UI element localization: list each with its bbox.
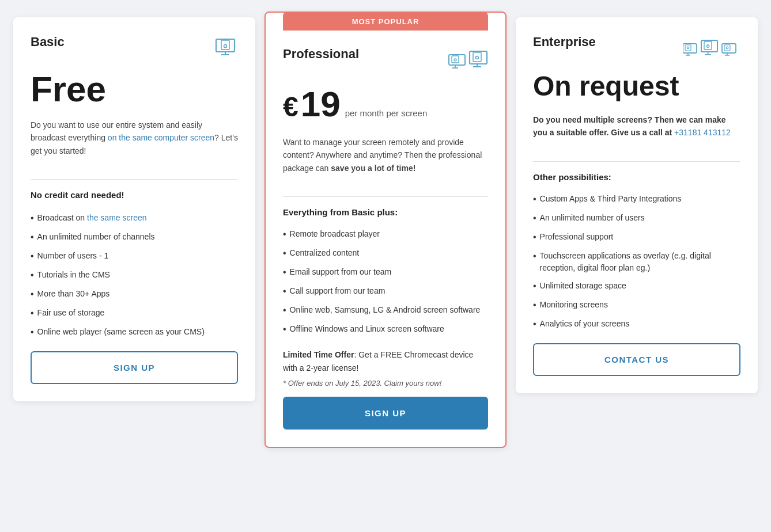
other-possibilities-title: Other possibilities: [533,172,740,182]
enterprise-feature-list: Custom Apps & Third Party Integrations A… [533,190,740,334]
svg-rect-6 [452,56,459,63]
triple-monitor-icon [683,35,740,60]
svg-rect-26 [724,45,730,51]
professional-currency: € [283,91,298,123]
basic-price-section: Free [31,71,238,107]
basic-no-credit: No credit card needed! [31,190,238,200]
svg-rect-11 [473,52,481,62]
enterprise-header: Enterprise [533,35,740,60]
list-item: Online web player (same screen as your C… [31,323,238,342]
basic-plan-name: Basic [31,35,65,50]
enterprise-divider [533,161,740,162]
single-monitor-icon [213,35,238,60]
svg-point-2 [224,45,227,48]
enterprise-phone-link[interactable]: +31181 413112 [674,128,731,137]
professional-description: Want to manage your screen remotely and … [283,136,488,174]
professional-plan-icon [448,47,488,72]
enterprise-description: Do you need multiple screens? Then we ca… [533,113,740,139]
list-item: Online web, Samsung, LG & Android screen… [283,301,488,320]
list-item: Unlimited storage space [533,277,740,296]
basic-header: Basic [31,35,238,60]
svg-point-27 [726,47,728,49]
list-item: More than 30+ Apps [31,285,238,304]
basic-price: Free [31,69,106,109]
enterprise-price: On request [533,71,679,101]
svg-point-12 [476,56,479,59]
enterprise-plan-icon [683,35,740,60]
list-item: Fair use of storage [31,304,238,323]
list-item: Call support from our team [283,282,488,301]
basic-signup-button[interactable]: SIGN UP [31,351,238,384]
professional-divider [283,196,488,197]
svg-point-7 [454,59,456,61]
basic-plan-card: Basic Free Do you want to use our entire… [13,17,255,401]
professional-price-section: € 19 per month per screen [283,83,488,124]
enterprise-plan-card: Enterprise [516,17,758,393]
professional-features-title: Everything from Basic plus: [283,207,488,217]
list-item: Offline Windows and Linux screen softwar… [283,320,488,339]
offer-note: * Offer ends on July 15, 2023. Claim you… [283,379,488,387]
svg-rect-5 [449,55,465,65]
list-item: Number of users - 1 [31,247,238,266]
list-item: Custom Apps & Third Party Integrations [533,190,740,209]
list-item: Professional support [533,228,740,247]
professional-signup-button[interactable]: SIGN UP [283,397,488,430]
broadcast-link[interactable]: the same screen [87,213,147,222]
svg-rect-21 [704,41,712,50]
list-item: Touchscreen applications as overlay (e.g… [533,247,740,277]
professional-plan-name: Professional [283,47,359,62]
enterprise-price-section: On request [533,71,740,102]
list-item: Monitoring screens [533,296,740,315]
basic-link[interactable]: on the same computer screen [108,133,214,142]
svg-rect-16 [685,45,691,51]
list-item: Email support from our team [283,263,488,282]
basic-feature-list: Broadcast on the same screen An unlimite… [31,209,238,342]
list-item: An unlimited number of users [533,209,740,228]
most-popular-badge: MOST POPULAR [283,13,488,31]
basic-plan-icon [213,35,238,60]
professional-price-period: per month per screen [345,108,428,118]
list-item: An unlimited number of channels [31,228,238,247]
list-item: Analytics of your screens [533,315,740,334]
list-item: Remote broadcast player [283,225,488,244]
professional-plan-card: MOST POPULAR Professional [264,12,507,448]
enterprise-plan-name: Enterprise [533,35,596,50]
professional-header: Professional [283,47,488,72]
double-monitor-icon [448,47,488,72]
professional-price-number: 19 [301,83,341,124]
list-item: Centralized content [283,244,488,263]
svg-point-17 [687,47,689,49]
list-item: Tutorials in the CMS [31,266,238,285]
enterprise-contact-button[interactable]: CONTACT US [533,343,740,376]
svg-point-22 [706,45,709,47]
professional-feature-list: Remote broadcast player Centralized cont… [283,225,488,339]
limited-offer-text: Limited Time Offer: Get a FREE Chromecas… [283,348,488,374]
list-item: Broadcast on the same screen [31,209,238,228]
basic-description: Do you want to use our entire system and… [31,119,238,157]
pricing-container: Basic Free Do you want to use our entire… [6,12,765,454]
basic-divider [31,179,238,180]
